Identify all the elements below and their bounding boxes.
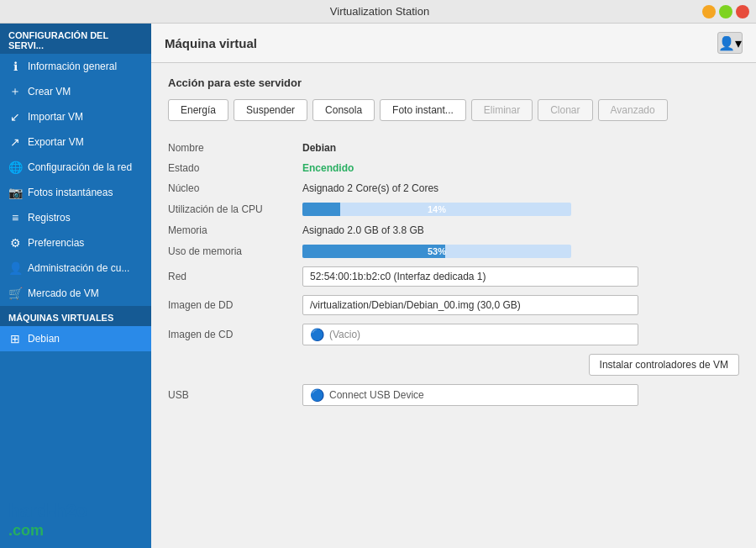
sidebar-label-crear: Crear VM [28, 86, 71, 97]
spacer-label [168, 350, 302, 380]
sidebar-item-preferencias[interactable]: ⚙ Preferencias [0, 230, 151, 256]
section-label: Acción para este servidor [168, 76, 739, 89]
info-icon: ℹ [8, 60, 22, 73]
app-container: CONFIGURACIÓN DEL SERVI... ℹ Información… [0, 24, 756, 548]
cpu-progress-bar: 14% [302, 203, 571, 216]
sidebar-item-importar-vm[interactable]: ↙ Importar VM [0, 104, 151, 129]
watermark-line2: .com [8, 522, 87, 540]
sidebar-label-exportar: Exportar VM [28, 136, 84, 148]
table-row: USB 🔵 Connect USB Device [168, 380, 739, 410]
page-title: Máquina virtual [165, 36, 257, 50]
nucleo-label: Núcleo [168, 178, 302, 198]
watermark-line1: hard-h2o [8, 500, 87, 522]
sidebar-item-config-red[interactable]: 🌐 Configuración de la red [0, 155, 151, 180]
vm-grid-icon: ⊞ [8, 332, 22, 345]
table-row: Red 52:54:00:1b:b2:c0 (Interfaz dedicada… [168, 262, 739, 291]
sidebar-label-admin: Administración de cu... [28, 262, 129, 274]
cpu-label: Utilización de la CPU [168, 198, 302, 220]
driver-row: Instalar controladores de VM [302, 354, 739, 376]
vm-info-table: Nombre Debian Estado Encendido Núcleo As… [168, 138, 739, 410]
sidebar-item-registros[interactable]: ≡ Registros [0, 205, 151, 230]
titlebar-controls [702, 5, 749, 18]
sidebar-label-red: Configuración de la red [28, 161, 132, 173]
nombre-label: Nombre [168, 138, 302, 158]
table-row: Utilización de la CPU 14% [168, 198, 739, 220]
sidebar-label-debian: Debian [28, 333, 60, 345]
user-icon: 👤 [8, 261, 22, 275]
gear-icon: ⚙ [8, 236, 22, 250]
memoria-label: Memoria [168, 220, 302, 240]
table-row: Memoria Asignado 2.0 GB of 3.8 GB [168, 220, 739, 240]
table-row: Núcleo Asignado 2 Core(s) of 2 Cores [168, 178, 739, 198]
foto-instant-button[interactable]: Foto instant... [380, 99, 466, 121]
estado-value: Encendido [302, 162, 354, 174]
install-drivers-button[interactable]: Instalar controladores de VM [589, 354, 739, 376]
eliminar-button[interactable]: Eliminar [471, 99, 533, 121]
mem-progress-bar: 53% [302, 245, 571, 258]
sidebar-item-mercado[interactable]: 🛒 Mercado de VM [0, 281, 151, 306]
sidebar-label-preferencias: Preferencias [28, 237, 84, 249]
usb-icon: 🔵 [310, 388, 324, 402]
red-value: 52:54:00:1b:b2:c0 (Interfaz dedicada 1) [302, 266, 638, 287]
content-area: Máquina virtual 👤▾ Acción para este serv… [151, 24, 756, 548]
titlebar: Virtualization Station [0, 0, 756, 24]
mem-percent-label: 53% [428, 246, 446, 256]
energia-button[interactable]: Energía [168, 99, 228, 121]
sidebar-label-registros: Registros [28, 212, 71, 224]
imagen-dd-value: /virtualization/Debian/Debian_00.img (30… [302, 295, 638, 315]
sidebar-label-importar: Importar VM [28, 111, 83, 123]
sidebar-label-mercado: Mercado de VM [28, 287, 99, 299]
consola-button[interactable]: Consola [312, 99, 375, 121]
table-row: Estado Encendido [168, 158, 739, 178]
network-icon: 🌐 [8, 161, 22, 174]
sidebar-item-exportar-vm[interactable]: ↗ Exportar VM [0, 129, 151, 155]
sidebar-vm-section: MÁQUINAS VIRTUALES [0, 306, 151, 326]
cd-icon: 🔵 [310, 328, 324, 341]
red-label: Red [168, 262, 302, 291]
nucleo-value: Asignado 2 Core(s) of 2 Cores [302, 178, 739, 198]
nombre-value: Debian [302, 142, 336, 154]
usb-label: USB [168, 380, 302, 410]
action-bar: Energía Suspender Consola Foto instant..… [168, 99, 739, 121]
content-header: Máquina virtual 👤▾ [151, 24, 756, 63]
sidebar-item-info-general[interactable]: ℹ Información general [0, 54, 151, 79]
content-body: Acción para este servidor Energía Suspen… [151, 63, 756, 424]
sidebar-item-fotos[interactable]: 📷 Fotos instantáneas [0, 180, 151, 205]
titlebar-title: Virtualization Station [57, 5, 702, 18]
sidebar-item-crear-vm[interactable]: ＋ Crear VM [0, 79, 151, 104]
watermark: hard-h2o .com [8, 500, 87, 540]
clonar-button[interactable]: Clonar [538, 99, 592, 121]
usb-value: Connect USB Device [329, 389, 424, 401]
imagen-cd-value: (Vacio) [329, 329, 360, 340]
store-icon: 🛒 [8, 287, 22, 300]
mem-uso-label: Uso de memoria [168, 240, 302, 262]
minimize-button[interactable] [702, 5, 716, 18]
table-row: Imagen de DD /virtualization/Debian/Debi… [168, 291, 739, 319]
export-icon: ↗ [8, 135, 22, 149]
table-row: Nombre Debian [168, 138, 739, 158]
plus-icon: ＋ [8, 85, 22, 98]
suspender-button[interactable]: Suspender [234, 99, 307, 121]
imagen-dd-label: Imagen de DD [168, 291, 302, 319]
estado-label: Estado [168, 158, 302, 178]
user-menu-button[interactable]: 👤▾ [717, 32, 743, 54]
close-button[interactable] [736, 5, 749, 18]
cpu-bar-fill [302, 203, 340, 216]
maximize-button[interactable] [719, 5, 732, 18]
usb-field[interactable]: 🔵 Connect USB Device [302, 384, 638, 406]
sidebar-item-debian[interactable]: ⊞ Debian [0, 326, 151, 351]
sidebar-item-admin-cu[interactable]: 👤 Administración de cu... [0, 256, 151, 281]
import-icon: ↙ [8, 110, 22, 124]
sidebar-label-info: Información general [28, 61, 117, 72]
avanzado-button[interactable]: Avanzado [598, 99, 668, 121]
camera-icon: 📷 [8, 186, 22, 199]
table-row: Instalar controladores de VM [168, 350, 739, 380]
imagen-cd-field[interactable]: 🔵 (Vacio) [302, 324, 638, 345]
cpu-percent-label: 14% [428, 204, 446, 214]
table-row: Imagen de CD 🔵 (Vacio) [168, 319, 739, 350]
sidebar-config-section: CONFIGURACIÓN DEL SERVI... [0, 24, 151, 54]
sidebar: CONFIGURACIÓN DEL SERVI... ℹ Información… [0, 24, 151, 548]
sidebar-label-fotos: Fotos instantáneas [28, 187, 113, 198]
list-icon: ≡ [8, 211, 22, 224]
table-row: Uso de memoria 53% [168, 240, 739, 262]
